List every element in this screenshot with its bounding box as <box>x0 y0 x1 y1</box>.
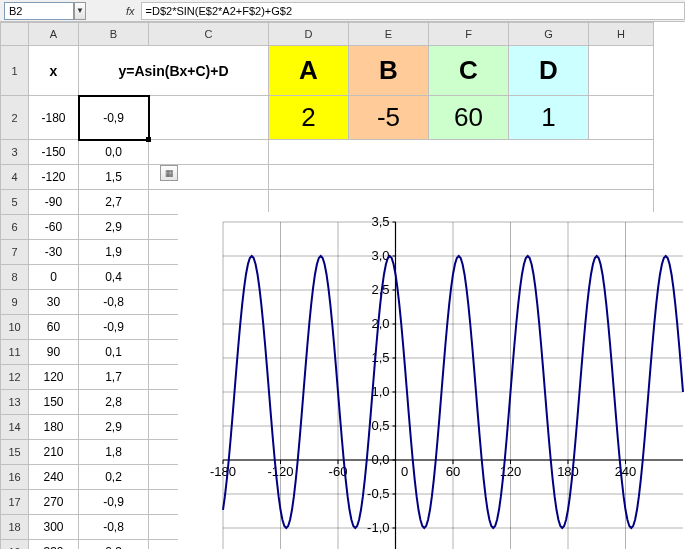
cell-b7[interactable]: 1,9 <box>79 240 149 265</box>
row-5: 5-902,7 <box>1 190 654 215</box>
cell-b10[interactable]: -0,9 <box>79 315 149 340</box>
cell-a16[interactable]: 240 <box>29 465 79 490</box>
cell-a4[interactable]: -120 <box>29 165 79 190</box>
cell-b14[interactable]: 2,9 <box>79 415 149 440</box>
cell-b1c1[interactable]: y=Asin(Bx+C)+D <box>79 46 269 96</box>
cell-a6[interactable]: -60 <box>29 215 79 240</box>
cell-a3[interactable]: -150 <box>29 140 79 165</box>
cell-a13[interactable]: 150 <box>29 390 79 415</box>
name-box[interactable]: B2 <box>4 2 74 20</box>
row-header-3[interactable]: 3 <box>1 140 29 165</box>
cell-e2[interactable]: -5 <box>349 96 429 140</box>
cell-d1[interactable]: A <box>269 46 349 96</box>
svg-text:-0,5: -0,5 <box>367 486 389 501</box>
svg-text:1,0: 1,0 <box>371 384 389 399</box>
cell-a9[interactable]: 30 <box>29 290 79 315</box>
fx-icon[interactable]: fx <box>126 5 135 17</box>
cell-a15[interactable]: 210 <box>29 440 79 465</box>
svg-text:60: 60 <box>446 464 460 479</box>
cell-a11[interactable]: 90 <box>29 340 79 365</box>
cell-c2[interactable] <box>149 96 269 140</box>
row-header-18[interactable]: 18 <box>1 515 29 540</box>
col-header-a[interactable]: A <box>29 23 79 46</box>
row-header-13[interactable]: 13 <box>1 390 29 415</box>
cell-b16[interactable]: 0,2 <box>79 465 149 490</box>
svg-text:-120: -120 <box>267 464 293 479</box>
svg-text:0: 0 <box>401 464 408 479</box>
cell-b9[interactable]: -0,8 <box>79 290 149 315</box>
cell-h1[interactable] <box>589 46 654 96</box>
svg-text:180: 180 <box>557 464 579 479</box>
cell-a8[interactable]: 0 <box>29 265 79 290</box>
cell-a7[interactable]: -30 <box>29 240 79 265</box>
column-header-row: A B C D E F G H <box>1 23 654 46</box>
cell-a18[interactable]: 300 <box>29 515 79 540</box>
cell-b8[interactable]: 0,4 <box>79 265 149 290</box>
cell-h2[interactable] <box>589 96 654 140</box>
cell-f1[interactable]: C <box>429 46 509 96</box>
cell-b19[interactable]: 0,3 <box>79 540 149 550</box>
row-header-15[interactable]: 15 <box>1 440 29 465</box>
cell-c5[interactable] <box>149 190 269 215</box>
fill-handle[interactable] <box>146 137 151 142</box>
select-all-corner[interactable] <box>1 23 29 46</box>
cell-b13[interactable]: 2,8 <box>79 390 149 415</box>
cell-b5[interactable]: 2,7 <box>79 190 149 215</box>
col-header-h[interactable]: H <box>589 23 654 46</box>
svg-text:3,5: 3,5 <box>371 214 389 229</box>
col-header-e[interactable]: E <box>349 23 429 46</box>
row-header-12[interactable]: 12 <box>1 365 29 390</box>
cell-b11[interactable]: 0,1 <box>79 340 149 365</box>
cell-b15[interactable]: 1,8 <box>79 440 149 465</box>
cell-g1[interactable]: D <box>509 46 589 96</box>
row-header-8[interactable]: 8 <box>1 265 29 290</box>
row-header-4[interactable]: 4 <box>1 165 29 190</box>
cell-f2[interactable]: 60 <box>429 96 509 140</box>
row-header-7[interactable]: 7 <box>1 240 29 265</box>
cell-b12[interactable]: 1,7 <box>79 365 149 390</box>
cell-b18[interactable]: -0,8 <box>79 515 149 540</box>
name-box-dropdown-icon[interactable]: ▼ <box>74 2 86 20</box>
row-header-17[interactable]: 17 <box>1 490 29 515</box>
cell-b6[interactable]: 2,9 <box>79 215 149 240</box>
col-header-g[interactable]: G <box>509 23 589 46</box>
row-header-2[interactable]: 2 <box>1 96 29 140</box>
row-header-19[interactable]: 19 <box>1 540 29 550</box>
col-header-c[interactable]: C <box>149 23 269 46</box>
row-1: 1 x y=Asin(Bx+C)+D A B C D <box>1 46 654 96</box>
col-header-b[interactable]: B <box>79 23 149 46</box>
cell-a12[interactable]: 120 <box>29 365 79 390</box>
svg-text:0,5: 0,5 <box>371 418 389 433</box>
col-header-d[interactable]: D <box>269 23 349 46</box>
paste-options-icon[interactable]: ▦ <box>160 165 178 181</box>
row-header-1[interactable]: 1 <box>1 46 29 96</box>
cell-a2[interactable]: -180 <box>29 96 79 140</box>
cell-e1[interactable]: B <box>349 46 429 96</box>
formula-input[interactable] <box>141 2 685 20</box>
cell-a10[interactable]: 60 <box>29 315 79 340</box>
row-3: 3-1500,0 <box>1 140 654 165</box>
cell-a1[interactable]: x <box>29 46 79 96</box>
col-header-f[interactable]: F <box>429 23 509 46</box>
row-header-16[interactable]: 16 <box>1 465 29 490</box>
row-header-5[interactable]: 5 <box>1 190 29 215</box>
cell-a17[interactable]: 270 <box>29 490 79 515</box>
row-header-6[interactable]: 6 <box>1 215 29 240</box>
cell-b17[interactable]: -0,9 <box>79 490 149 515</box>
row-header-14[interactable]: 14 <box>1 415 29 440</box>
row-header-11[interactable]: 11 <box>1 340 29 365</box>
cell-d2[interactable]: 2 <box>269 96 349 140</box>
svg-text:-180: -180 <box>210 464 236 479</box>
cell-a19[interactable]: 330 <box>29 540 79 550</box>
chart[interactable]: -1,5-1,0-0,50,00,51,01,52,02,53,03,5-180… <box>178 212 685 549</box>
cell-g2[interactable]: 1 <box>509 96 589 140</box>
row-header-10[interactable]: 10 <box>1 315 29 340</box>
svg-text:240: 240 <box>615 464 637 479</box>
row-header-9[interactable]: 9 <box>1 290 29 315</box>
cell-a5[interactable]: -90 <box>29 190 79 215</box>
cell-c3[interactable] <box>149 140 269 165</box>
cell-b4[interactable]: 1,5 <box>79 165 149 190</box>
cell-b2-selected[interactable]: -0,9 <box>79 96 149 140</box>
cell-a14[interactable]: 180 <box>29 415 79 440</box>
cell-b3[interactable]: 0,0 <box>79 140 149 165</box>
